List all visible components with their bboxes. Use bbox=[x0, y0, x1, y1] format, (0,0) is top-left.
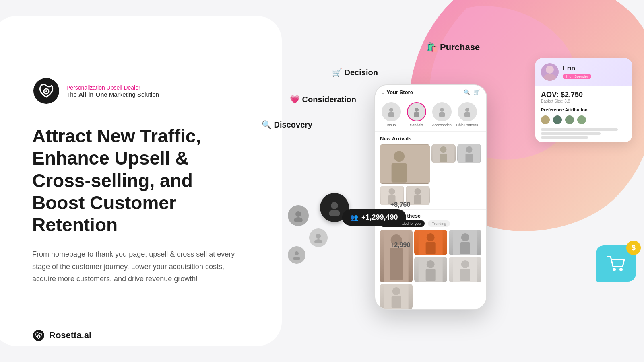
bottom-logo: Rosetta.ai bbox=[32, 329, 91, 342]
svg-point-42 bbox=[461, 260, 469, 268]
svg-rect-22 bbox=[466, 154, 473, 162]
label-purchase: 🛍️ Purchase bbox=[427, 42, 480, 53]
product-6 bbox=[380, 284, 413, 309]
svg-point-56 bbox=[314, 239, 322, 243]
svg-point-2 bbox=[45, 90, 47, 92]
svg-rect-28 bbox=[414, 195, 421, 204]
cat-img-casual bbox=[382, 102, 401, 121]
cat-label-casual: Casual bbox=[385, 123, 396, 127]
subtitle-plain: The bbox=[66, 91, 78, 98]
svg-rect-40 bbox=[426, 269, 436, 281]
svg-point-53 bbox=[331, 202, 338, 209]
headline: Attract New Traffic, Enhance Upsell & Cr… bbox=[32, 125, 250, 236]
bottom-logo-name: Rosetta.ai bbox=[49, 330, 91, 341]
left-panel: Personalization Upsell Dealer The All-in… bbox=[0, 0, 282, 362]
pref-dot-2 bbox=[553, 115, 562, 124]
erin-aov: AOV: $2,750 bbox=[541, 90, 626, 99]
erin-basket: Basket Size: 3.8 bbox=[541, 99, 626, 103]
svg-point-5 bbox=[38, 335, 39, 336]
cat-label-sandals: Sandals bbox=[410, 123, 423, 127]
phone-mockup: ≡ Your Store 🔍 🛒 Casual bbox=[374, 84, 487, 310]
store-name: Your Store bbox=[386, 89, 413, 95]
arrival-3 bbox=[457, 144, 481, 163]
svg-point-57 bbox=[295, 251, 299, 255]
count-icon: 👥 bbox=[350, 214, 358, 221]
phone-frame: ≡ Your Store 🔍 🛒 Casual bbox=[374, 84, 487, 310]
left-content: Personalization Upsell Dealer The All-in… bbox=[32, 77, 250, 285]
user-count-badge: 👥 +1,299,490 bbox=[342, 209, 406, 226]
phone-top-icons: 🔍 🛒 bbox=[464, 89, 480, 95]
svg-rect-31 bbox=[390, 248, 403, 280]
count-number: +1,299,490 bbox=[361, 213, 398, 222]
product-1 bbox=[380, 230, 413, 282]
svg-point-48 bbox=[546, 66, 554, 74]
product-4 bbox=[414, 257, 447, 282]
bottom-logo-icon bbox=[32, 329, 45, 342]
new-arrivals-grid bbox=[375, 144, 486, 209]
new-arrivals-title: New Arrivals bbox=[375, 132, 486, 144]
erin-stats: AOV: $2,750 Basket Size: 3.8 Preference … bbox=[535, 86, 632, 142]
cat-sandals: Sandals bbox=[405, 102, 427, 127]
pref-dot-4 bbox=[577, 115, 586, 124]
erin-header: Erin High Spender bbox=[535, 58, 632, 86]
pref-lines bbox=[541, 128, 626, 139]
user-plus-8760: +8,760 bbox=[390, 201, 410, 208]
logo-area: Personalization Upsell Dealer The All-in… bbox=[32, 77, 250, 105]
tab-trending[interactable]: Trending bbox=[428, 220, 450, 227]
user-icon-small-3 bbox=[288, 246, 305, 264]
svg-rect-19 bbox=[440, 154, 447, 162]
subtitle-end: Marketing Solution bbox=[107, 91, 159, 98]
cart-dollar: $ bbox=[626, 241, 641, 255]
cat-img-sandals bbox=[407, 102, 426, 121]
pref-dot-1 bbox=[541, 115, 550, 124]
svg-point-36 bbox=[461, 233, 469, 241]
svg-point-6 bbox=[389, 108, 393, 112]
svg-point-27 bbox=[415, 188, 421, 195]
cat-label-chic: Chic Patterns bbox=[456, 123, 478, 127]
svg-rect-34 bbox=[426, 242, 436, 254]
svg-point-54 bbox=[329, 210, 340, 216]
svg-point-8 bbox=[415, 108, 419, 112]
svg-point-24 bbox=[389, 188, 395, 195]
svg-point-12 bbox=[465, 108, 469, 112]
svg-rect-7 bbox=[388, 112, 394, 117]
logo-tagline: Personalization Upsell Dealer bbox=[66, 84, 159, 91]
label-discovery: 🔍 Discovery bbox=[262, 120, 312, 130]
svg-rect-16 bbox=[392, 163, 407, 183]
svg-point-45 bbox=[392, 287, 400, 295]
pref-line-1 bbox=[541, 128, 618, 131]
cat-chic: Chic Patterns bbox=[456, 102, 478, 127]
cat-label-accessories: Accessories bbox=[432, 123, 452, 127]
pref-dot-3 bbox=[565, 115, 574, 124]
label-consideration: 💗 Consideration bbox=[290, 95, 356, 104]
pref-line-2 bbox=[541, 132, 601, 135]
svg-rect-43 bbox=[460, 269, 470, 281]
product-5 bbox=[449, 257, 481, 282]
cat-img-chic bbox=[458, 102, 477, 121]
svg-point-47 bbox=[543, 74, 557, 81]
svg-rect-46 bbox=[392, 296, 401, 308]
svg-point-33 bbox=[427, 233, 435, 241]
arrival-2 bbox=[431, 144, 456, 163]
cat-accessories: Accessories bbox=[431, 102, 453, 127]
user-icon-small-1 bbox=[288, 205, 309, 226]
user-plus-2990: +2,990 bbox=[390, 241, 410, 249]
svg-point-50 bbox=[619, 268, 623, 271]
svg-point-55 bbox=[316, 234, 321, 239]
pref-colors bbox=[541, 115, 626, 124]
svg-point-10 bbox=[440, 108, 444, 112]
right-panel: 🛍️ Purchase 🛒 Decision 💗 Consideration 🔍… bbox=[258, 0, 644, 362]
pref-title: Preference Attribution bbox=[541, 107, 626, 112]
arrival-main bbox=[380, 144, 430, 184]
erin-badge: High Spender bbox=[563, 74, 591, 79]
cat-img-accessories bbox=[432, 102, 452, 121]
erin-card: Erin High Spender AOV: $2,750 Basket Siz… bbox=[535, 58, 632, 142]
subtitle-bold: All-in-One bbox=[78, 91, 107, 98]
svg-point-58 bbox=[293, 257, 300, 260]
description: From homepage to thank you page, upsell … bbox=[32, 248, 242, 285]
svg-rect-9 bbox=[414, 112, 419, 117]
product-3 bbox=[449, 230, 481, 255]
phone-categories: Casual Sandals Accessories bbox=[375, 98, 486, 132]
brand-logo-icon bbox=[32, 77, 60, 105]
user-icon-small-2 bbox=[309, 228, 328, 247]
